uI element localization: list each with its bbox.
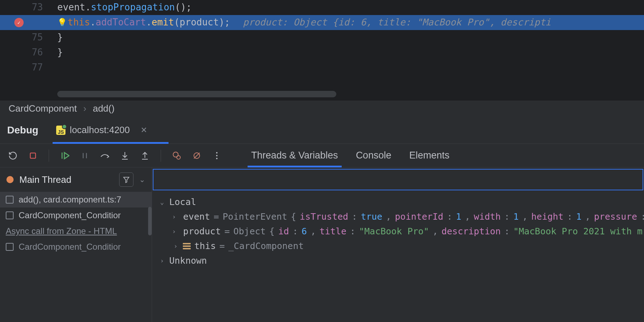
breadcrumb[interactable]: CardComponent › add(): [0, 100, 644, 117]
breakpoint-icon[interactable]: [14, 18, 24, 27]
chevron-right-icon[interactable]: ›: [172, 213, 176, 220]
debug-subtabs: Threads & Variables Console Elements: [251, 144, 449, 167]
svg-point-14: [216, 155, 218, 156]
close-icon[interactable]: ✕: [141, 126, 147, 135]
stack-frame-label: CardComponent_Conditior: [19, 210, 121, 220]
gutter-77: 77: [0, 60, 57, 75]
step-out-button[interactable]: [139, 150, 151, 161]
chevron-down-icon[interactable]: ⌄: [139, 175, 145, 184]
debug-session-label: localhost:4200: [70, 125, 130, 136]
chevron-right-icon[interactable]: ›: [172, 242, 179, 250]
breadcrumb-separator-icon: ›: [83, 103, 87, 114]
field-icon: [183, 243, 191, 249]
stack-frame[interactable]: add(), card.component.ts:7: [0, 192, 152, 208]
toolbar-separator: [161, 150, 161, 162]
stack-frame[interactable]: CardComponent_Conditior: [0, 239, 152, 255]
svg-marker-16: [124, 177, 129, 182]
stack-frame-label: add(), card.component.ts:7: [19, 195, 121, 205]
variable-this[interactable]: › this = _CardComponent: [153, 239, 643, 253]
tab-elements[interactable]: Elements: [409, 144, 450, 167]
code-editor[interactable]: 73 event.stopPropagation(); 💡 this.addTo…: [0, 0, 644, 100]
code-line-76[interactable]: 76 }: [0, 45, 644, 60]
svg-point-10: [177, 156, 180, 159]
scope-unknown[interactable]: › Unknown: [153, 253, 643, 268]
svg-rect-0: [30, 153, 36, 158]
frames-panel: Main Thread ⌄ add(), card.component.ts:7…: [0, 167, 152, 322]
breadcrumb-class[interactable]: CardComponent: [9, 103, 77, 114]
code-line-74[interactable]: 💡 this.addToCart.emit(product);product: …: [0, 15, 644, 30]
code-line-77[interactable]: 77: [0, 60, 644, 75]
chevron-down-icon[interactable]: ⌄: [158, 198, 166, 206]
gutter-75: 75: [0, 30, 57, 45]
debug-body: Main Thread ⌄ add(), card.component.ts:7…: [0, 167, 644, 322]
stack-frame[interactable]: CardComponent_Conditior: [0, 208, 152, 223]
frames-header: Main Thread ⌄: [0, 167, 152, 192]
lightbulb-icon[interactable]: 💡: [57, 16, 67, 29]
more-button[interactable]: [211, 150, 223, 161]
debug-title: Debug: [7, 125, 38, 136]
stop-button[interactable]: [27, 150, 39, 161]
stack-frame-label: CardComponent_Conditior: [19, 242, 121, 252]
gutter-76: 76: [0, 45, 57, 60]
chevron-right-icon[interactable]: ›: [172, 228, 176, 235]
chevron-right-icon[interactable]: ›: [158, 257, 166, 264]
frames-list: add(), card.component.ts:7CardComponent_…: [0, 192, 152, 255]
step-into-button[interactable]: [119, 150, 131, 161]
stackframe-icon: [6, 211, 14, 219]
resume-button[interactable]: [59, 150, 70, 161]
code-line-73[interactable]: 73 event.stopPropagation();: [0, 0, 644, 15]
javascript-icon: JS: [56, 126, 65, 135]
debug-tool-window-tabs: Debug JS localhost:4200 ✕: [0, 117, 644, 144]
frames-scrollbar[interactable]: [148, 207, 152, 235]
filter-button[interactable]: [119, 172, 133, 187]
debug-toolbar: Threads & Variables Console Elements: [0, 144, 644, 167]
variable-event[interactable]: › event = PointerEvent {isTrusted: true,…: [153, 209, 643, 224]
variables-tree: ⌄ Local › event = PointerEvent {isTruste…: [152, 190, 644, 272]
variable-product[interactable]: › product = Object {id: 6, title: "MacBo…: [153, 224, 643, 239]
stackframe-icon: [6, 196, 14, 204]
code-content-76: }: [57, 45, 63, 60]
debug-session-tab[interactable]: JS localhost:4200 ✕: [56, 117, 147, 143]
svg-marker-2: [64, 152, 69, 158]
thread-name[interactable]: Main Thread: [19, 174, 72, 185]
svg-point-15: [216, 158, 218, 159]
editor-horizontal-scrollbar[interactable]: [57, 91, 336, 97]
breadcrumb-method[interactable]: add(): [93, 103, 114, 114]
rerun-button[interactable]: [7, 150, 19, 161]
tab-console[interactable]: Console: [356, 144, 391, 167]
variables-panel: ⌄ Local › event = PointerEvent {isTruste…: [152, 167, 644, 322]
stack-frame[interactable]: Async call from Zone - HTML: [0, 223, 152, 239]
toolbar-separator: [49, 150, 49, 162]
code-content-75: }: [57, 30, 63, 45]
gutter-73: 73: [0, 0, 57, 15]
evaluate-expression-input[interactable]: [153, 169, 643, 190]
view-breakpoints-button[interactable]: [171, 150, 182, 161]
stackframe-icon: [6, 243, 14, 251]
pause-button[interactable]: [79, 150, 91, 161]
scope-local[interactable]: ⌄ Local: [153, 195, 643, 209]
svg-point-13: [216, 152, 218, 153]
thread-status-icon: [6, 176, 14, 183]
step-over-button[interactable]: [99, 150, 111, 161]
stack-frame-label: Async call from Zone - HTML: [6, 226, 117, 236]
mute-breakpoints-button[interactable]: [191, 150, 203, 161]
code-line-75[interactable]: 75 }: [0, 30, 644, 45]
code-content-73: event.stopPropagation();: [57, 0, 192, 15]
tab-threads-variables[interactable]: Threads & Variables: [251, 144, 338, 167]
code-content-74: 💡 this.addToCart.emit(product);product: …: [57, 15, 551, 30]
